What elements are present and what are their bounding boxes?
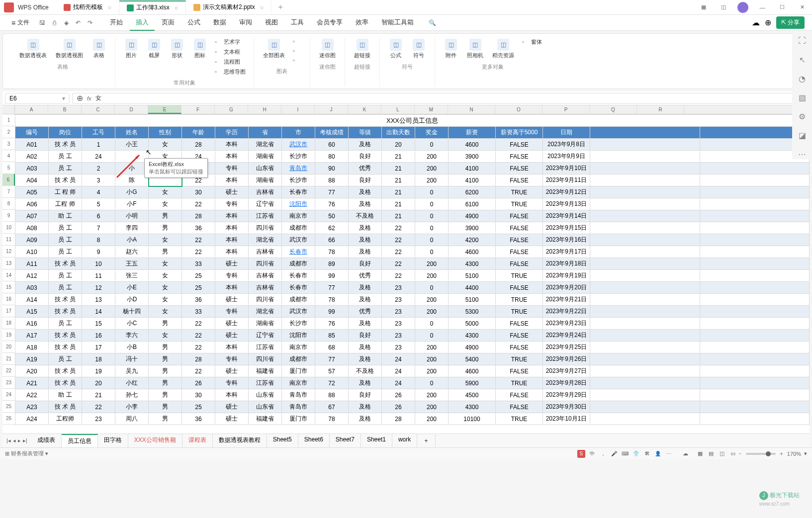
table-cell[interactable]: 2023年10月1日 — [543, 413, 590, 425]
zoom-in-button[interactable]: ＋ — [779, 450, 784, 457]
minimize-button[interactable]: — — [752, 0, 772, 15]
ribbon-button[interactable]: ◫稻壳资源 — [489, 38, 517, 60]
table-cell[interactable]: 4100 — [449, 174, 496, 186]
table-cell[interactable]: 200 — [415, 342, 449, 353]
table-cell[interactable]: 0 — [415, 318, 449, 330]
table-cell[interactable]: 女 — [149, 330, 182, 342]
table-cell[interactable]: 本科 — [215, 139, 249, 151]
row-header[interactable]: 18 — [2, 317, 15, 329]
table-cell[interactable]: 成都市 — [282, 258, 315, 270]
table-cell[interactable]: 技 术 员 — [49, 294, 82, 306]
table-cell[interactable]: 女 — [149, 306, 182, 318]
table-cell[interactable]: 22 — [182, 318, 215, 330]
table-cell[interactable]: 南京市 — [282, 210, 315, 222]
table-cell[interactable]: 2023年9月12日 — [543, 186, 590, 198]
table-cell[interactable]: 85 — [315, 330, 349, 342]
column-header[interactable]: K — [348, 105, 381, 114]
table-cell[interactable]: 员 工 — [49, 151, 82, 163]
zoom-lens-icon[interactable]: ⊕ — [77, 93, 83, 103]
table-cell[interactable]: 28 — [382, 413, 415, 425]
ime-punct-icon[interactable]: ， — [599, 450, 607, 458]
grid-icon[interactable]: ▦ — [694, 0, 714, 15]
table-cell[interactable]: 青岛市 — [282, 163, 315, 174]
sheet-nav-last[interactable]: ▸| — [23, 437, 27, 444]
title-tab[interactable]: 演示文稿素材2.pptx○ — [186, 0, 271, 14]
table-cell[interactable]: 88 — [315, 389, 349, 401]
table-cell[interactable]: FALSE — [496, 222, 543, 234]
table-cell[interactable]: 及格 — [349, 377, 382, 389]
row-header[interactable]: 3 — [2, 138, 15, 150]
table-cell[interactable]: 5900 — [449, 377, 496, 389]
sheet-tab[interactable]: Sheet1 — [361, 434, 392, 447]
table-cell[interactable]: 6 — [82, 210, 115, 222]
column-header[interactable]: E — [148, 105, 181, 114]
menu-tab[interactable]: 开始 — [104, 15, 129, 31]
table-cell[interactable]: 36 — [182, 294, 215, 306]
table-cell[interactable]: A14 — [15, 294, 49, 306]
table-cell[interactable]: FALSE — [496, 365, 543, 377]
row-header[interactable]: 16 — [2, 293, 15, 305]
table-cell[interactable]: 小李 — [115, 401, 149, 413]
table-cell[interactable]: 硕士 — [215, 186, 249, 198]
table-cell[interactable]: 员 工 — [49, 246, 82, 258]
table-title[interactable]: XXX公司员工信息 — [15, 115, 810, 127]
table-cell[interactable]: 员 工 — [49, 270, 82, 282]
table-cell[interactable]: 女 — [149, 139, 182, 151]
menu-tab[interactable]: 会员专享 — [311, 15, 349, 31]
table-cell[interactable]: 28 — [182, 210, 215, 222]
table-cell[interactable]: 200 — [415, 353, 449, 365]
expand-icon[interactable]: ⛶ — [797, 36, 807, 46]
table-cell[interactable]: 200 — [415, 306, 449, 318]
table-cell[interactable]: 周八 — [115, 413, 149, 425]
redo-icon[interactable]: ↷ — [86, 19, 94, 27]
table-cell[interactable]: 200 — [415, 294, 449, 306]
table-cell[interactable]: A11 — [15, 258, 49, 270]
ime-logo-icon[interactable]: S — [577, 450, 585, 458]
sheet-tab[interactable]: Sheet6 — [298, 434, 330, 447]
table-cell[interactable]: 员 工 — [49, 163, 82, 174]
table-cell[interactable]: 长春市 — [282, 282, 315, 294]
table-cell[interactable]: 工程师 — [49, 413, 82, 425]
tab-menu-icon[interactable]: ○ — [108, 4, 111, 11]
table-cell[interactable]: 工 程 师 — [49, 186, 82, 198]
table-cell[interactable]: 本科 — [215, 282, 249, 294]
table-cell[interactable]: 4900 — [449, 210, 496, 222]
table-cell[interactable]: 及格 — [349, 198, 382, 210]
table-cell[interactable]: 10100 — [449, 413, 496, 425]
table-cell[interactable]: 3900 — [449, 222, 496, 234]
table-cell[interactable]: 68 — [315, 342, 349, 353]
sheet-nav-first[interactable]: |◂ — [6, 437, 11, 444]
table-cell[interactable]: 22 — [382, 258, 415, 270]
table-cell[interactable]: FALSE — [496, 151, 543, 163]
column-header[interactable]: R — [637, 105, 684, 114]
table-cell[interactable]: 女 — [149, 258, 182, 270]
row-header[interactable]: 21 — [2, 353, 15, 365]
table-cell[interactable]: 10 — [82, 258, 115, 270]
table-cell[interactable]: 长沙市 — [282, 174, 315, 186]
table-cell[interactable]: 专科 — [215, 353, 249, 365]
table-cell[interactable]: 4500 — [449, 389, 496, 401]
table-cell[interactable]: 小A — [115, 234, 149, 246]
table-cell[interactable]: 66 — [315, 234, 349, 246]
table-cell[interactable]: 成都市 — [282, 222, 315, 234]
table-cell[interactable]: A07 — [15, 210, 49, 222]
table-header-cell[interactable]: 出勤天数 — [382, 127, 415, 139]
table-cell[interactable]: 南京市 — [282, 342, 315, 353]
table-cell[interactable]: 2023年9月10日 — [543, 163, 590, 174]
table-cell[interactable]: 及格 — [349, 222, 382, 234]
column-header[interactable]: G — [215, 105, 248, 114]
table-cell[interactable]: 硕士 — [215, 258, 249, 270]
table-cell[interactable]: 男 — [149, 413, 182, 425]
table-cell[interactable]: TRUE — [496, 186, 543, 198]
table-cell[interactable]: 33 — [182, 306, 215, 318]
row-header[interactable]: 23 — [2, 377, 15, 389]
table-cell[interactable]: A18 — [15, 342, 49, 353]
table-cell[interactable]: TRUE — [496, 353, 543, 365]
table-cell[interactable]: 78 — [315, 413, 349, 425]
table-cell[interactable]: FALSE — [496, 330, 543, 342]
row-header[interactable]: 17 — [2, 305, 15, 317]
table-cell[interactable]: 4900 — [449, 342, 496, 353]
table-cell[interactable]: 长沙市 — [282, 151, 315, 163]
maximize-button[interactable]: ☐ — [772, 0, 792, 15]
table-cell[interactable]: 吴九 — [115, 365, 149, 377]
